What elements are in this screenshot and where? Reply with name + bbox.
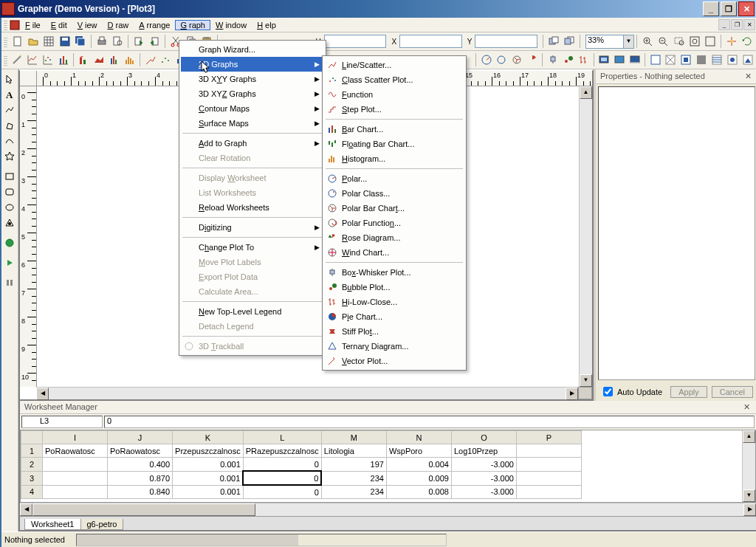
col-header[interactable]: P [516,431,581,444]
worksheet-manager-close-icon[interactable]: ✕ [741,402,752,412]
col-header[interactable]: L [243,431,321,444]
3d-xyy-item[interactable]: 3D XYY Graphs▶ [181,72,324,86]
header-cell[interactable]: Przepuszczalnosc [173,444,244,458]
suboption7-button[interactable] [740,52,755,68]
cell[interactable]: 0.001 [173,471,244,485]
worksheet-tab[interactable]: Worksheet1 [24,519,81,530]
text-tool[interactable]: A [1,86,18,102]
cell[interactable]: 0.009 [386,471,451,485]
zoomout-button[interactable] [655,33,670,49]
auto-update-checkbox[interactable]: Auto Update [600,385,662,399]
col-header[interactable]: N [386,431,451,444]
row-header[interactable]: 4 [21,485,43,499]
stiff-plot-item[interactable]: Stiff Plot... [324,324,464,339]
vertical-scrollbar[interactable]: ▲ ▼ [579,86,592,387]
floating-bar-item[interactable]: Floating Bar Chart... [324,137,464,151]
bar3d2-icon[interactable] [107,52,123,68]
export-plot-data-item[interactable]: Export Plot Data [181,269,324,284]
cell[interactable] [516,458,581,472]
doc-minimize-button[interactable]: _ [718,19,730,30]
horizontal-scrollbar[interactable]: ◀ ▶ [36,387,578,399]
insert-tool[interactable] [1,235,18,250]
suboption5-button[interactable] [709,52,725,68]
cell[interactable]: 0 [243,485,321,499]
ws-vertical-scrollbar[interactable]: ▲▼ [742,430,755,502]
row-header[interactable]: 1 [21,444,43,458]
bubble-icon[interactable] [560,52,576,68]
contour-item[interactable]: Contour Maps▶ [181,101,324,116]
symbol-tool[interactable] [1,215,18,230]
pause-tool[interactable] [1,275,18,290]
polar-bar-icon[interactable] [509,52,525,68]
cell[interactable] [516,471,581,485]
header-cell[interactable]: PoRaowatosc [108,444,173,458]
vector-plot-item[interactable]: Vector Plot... [324,354,464,368]
open-button[interactable] [25,33,41,49]
scroll-left-icon[interactable]: ◀ [36,388,49,400]
cell[interactable]: 0 [243,458,321,472]
zoom-value[interactable]: 33% [585,35,624,49]
step-plot-item[interactable]: Step Plot... [324,102,464,117]
cell[interactable]: -3.000 [451,485,516,499]
graph-wizard-item[interactable]: Graph Wizard... [181,42,324,57]
hilo-icon[interactable] [576,52,591,68]
cell[interactable]: -3.000 [451,458,516,472]
display-worksheet-item[interactable]: Display Worksheet [181,171,324,185]
move-plot-labels-item[interactable]: Move Plot Labels [181,255,324,269]
coord-y-field[interactable] [475,35,537,48]
cell[interactable]: 0.008 [386,485,451,499]
col-header[interactable]: I [43,431,108,444]
move-back-button[interactable] [562,33,577,49]
zoom-combo[interactable]: 33% ▼ [585,35,634,49]
menu-draw[interactable]: Draw [103,20,134,30]
line-chart-icon[interactable] [25,52,41,68]
cell[interactable]: 234 [321,485,386,499]
cell[interactable]: -3.000 [451,471,516,485]
preview-button[interactable] [110,33,126,49]
zoomin-button[interactable] [639,33,655,49]
function-item[interactable]: Function [324,87,464,102]
bubble-plot-item[interactable]: Bubble Plot... [324,280,464,295]
cell-value-field[interactable]: 0 [104,416,755,428]
polar-icon[interactable] [478,52,494,68]
minimize-button[interactable]: _ [703,1,719,16]
cell[interactable]: 197 [321,458,386,472]
box-whisker-item[interactable]: Box-Whisker Plot... [324,265,464,280]
zoom-fit-button[interactable] [687,33,702,49]
bar-chart-icon[interactable] [55,52,71,68]
menu-file[interactable]: File [20,20,46,30]
bar3d-icon[interactable] [76,52,92,68]
class-scatter-item[interactable]: Class Scatter Plot... [324,72,464,87]
zoom-box-button[interactable] [671,33,687,49]
col-header[interactable]: K [173,431,244,444]
cell[interactable]: 0.400 [108,458,173,472]
header-cell[interactable] [516,444,581,458]
suboption2-button[interactable] [663,52,678,68]
menu-edit[interactable]: Edit [46,20,72,30]
hilo-item[interactable]: Hi-Low-Close... [324,295,464,309]
clear-rotation-item[interactable]: Clear Rotation [181,151,324,165]
change-plot-to-item[interactable]: Change Plot To▶ [181,240,324,255]
hist-icon[interactable] [122,52,137,68]
polar-item[interactable]: Polar... [324,171,464,186]
export-button[interactable] [131,33,146,49]
area3d-icon[interactable] [92,52,107,68]
header-cell[interactable]: Log10Przep [451,444,516,458]
scroll-right-icon[interactable]: ▶ [566,388,578,400]
saveall-button[interactable] [73,33,89,49]
histogram-item[interactable]: Histogram... [324,151,464,166]
add-to-graph-item[interactable]: Add to Graph▶ [181,136,324,151]
polar-class-icon[interactable] [494,52,509,68]
cell[interactable]: 0.870 [108,471,173,485]
new-top-legend-item[interactable]: New Top-Level Legend [181,304,324,319]
xyz-scatter-icon[interactable] [158,52,173,68]
worksheet-grid[interactable]: IJKLMNOP1PoRaowatoscPoRaowatoscPrzepuszc… [20,430,756,503]
suboption3-button[interactable] [678,52,694,68]
2d-graphs-item[interactable]: 2D Graphs▶ [181,57,324,72]
pie-chart-item[interactable]: Pie Chart... [324,309,464,324]
doc-restore-button[interactable]: ❐ [731,19,743,30]
rose-diagram-item[interactable]: Rose Diagram... [324,230,464,245]
grid-button[interactable] [41,33,57,49]
cell[interactable] [43,458,108,472]
apply-button[interactable]: Apply [670,386,707,398]
